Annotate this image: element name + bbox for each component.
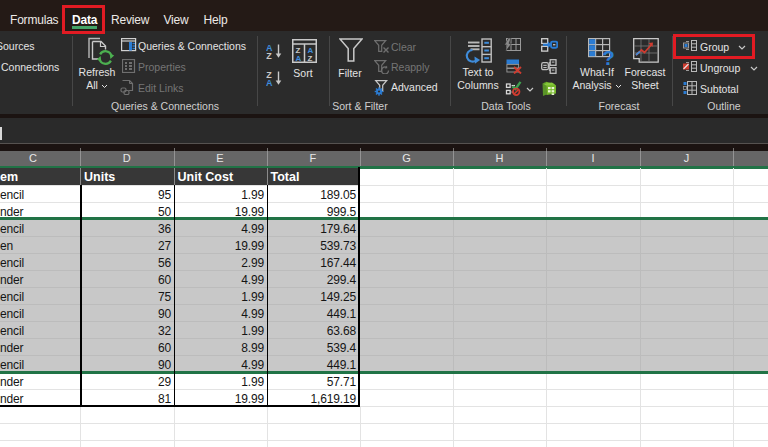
svg-text:Z: Z	[266, 51, 272, 59]
svg-text:A: A	[296, 54, 302, 63]
svg-text:?: ?	[602, 46, 615, 68]
svg-text:Z: Z	[308, 54, 313, 63]
svg-text:A: A	[266, 78, 273, 86]
